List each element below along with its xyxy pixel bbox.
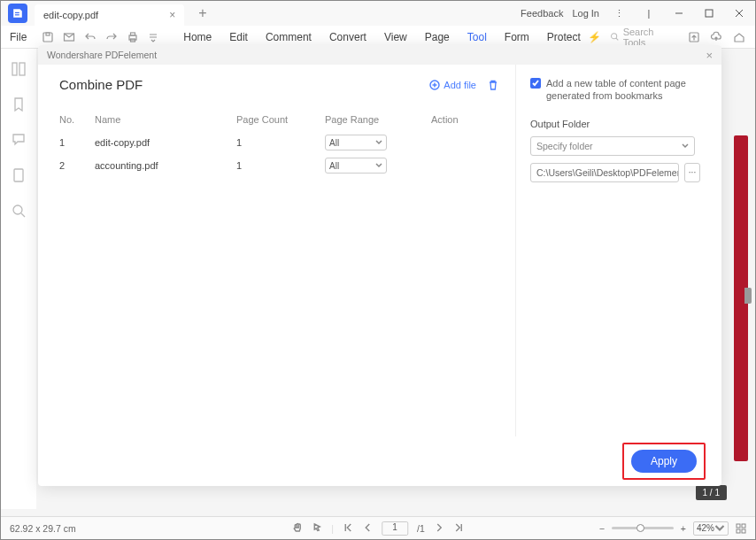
svg-point-12 (611, 34, 616, 39)
document-tab[interactable]: edit-copy.pdf × (35, 4, 184, 26)
options-pane: Add a new table of content page generate… (516, 65, 721, 436)
svg-point-18 (13, 205, 22, 214)
dropdown-icon[interactable] (146, 30, 160, 44)
fit-view-icon[interactable] (736, 523, 746, 534)
menu-page[interactable]: Page (425, 31, 450, 43)
col-pagecount: Page Count (236, 114, 325, 125)
bookmark-icon[interactable] (11, 96, 27, 112)
search-tools[interactable]: Search Tools (610, 27, 678, 48)
select-tool-icon[interactable] (312, 522, 322, 535)
search-placeholder: Search Tools (623, 27, 678, 48)
apply-highlight: Apply (622, 443, 706, 480)
row-pagecount: 1 (236, 137, 325, 148)
combine-pdf-dialog: Wondershare PDFelement × Combine PDF Add… (38, 45, 721, 486)
delete-icon[interactable] (487, 79, 499, 91)
close-tab-icon[interactable]: × (169, 9, 175, 21)
attachment-icon[interactable] (11, 167, 27, 183)
col-pagerange: Page Range (325, 114, 431, 125)
svg-rect-1 (15, 14, 19, 15)
hand-tool-icon[interactable] (292, 522, 303, 535)
menu-view[interactable]: View (384, 31, 407, 43)
prev-page-button[interactable] (362, 522, 373, 535)
home-icon[interactable] (732, 30, 746, 44)
add-file-button[interactable]: Add file (429, 80, 476, 90)
minimize-button[interactable] (668, 3, 690, 24)
svg-rect-26 (742, 529, 745, 533)
maximize-button[interactable] (698, 3, 720, 24)
row-no: 1 (59, 137, 95, 148)
row-name: edit-copy.pdf (95, 137, 236, 148)
svg-rect-16 (19, 63, 25, 75)
svg-rect-10 (130, 33, 135, 35)
menu-comment[interactable]: Comment (266, 31, 312, 43)
window-close-button[interactable] (729, 3, 750, 24)
save-icon[interactable] (41, 30, 55, 44)
output-folder-select[interactable]: Specify folder (530, 136, 695, 156)
svg-line-13 (616, 38, 618, 40)
dialog-product-name: Wondershare PDFelement (47, 50, 157, 60)
svg-rect-3 (706, 10, 713, 17)
login-link[interactable]: Log In (572, 8, 599, 19)
col-action: Action (431, 114, 484, 125)
menu-form[interactable]: Form (505, 31, 529, 43)
kebab-menu-icon[interactable]: ⋮ (608, 3, 629, 24)
last-page-button[interactable] (453, 522, 464, 535)
browse-button[interactable]: ··· (684, 163, 700, 182)
mail-icon[interactable] (62, 30, 76, 44)
output-path-field[interactable]: C:\Users\Geili\Desktop\PDFelement\Cc (530, 163, 679, 182)
toc-label: Add a new table of content page generate… (546, 77, 707, 103)
zoom-select[interactable]: 42% (693, 521, 729, 536)
page-total: /1 (417, 523, 425, 534)
share-icon[interactable] (687, 30, 701, 44)
row-name: accounting.pdf (95, 160, 236, 171)
undo-icon[interactable] (83, 30, 97, 44)
row-no: 2 (59, 160, 95, 171)
table-row[interactable]: 2 accounting.pdf 1 All (59, 154, 499, 177)
next-page-button[interactable] (434, 522, 444, 535)
menu-edit[interactable]: Edit (229, 31, 248, 43)
file-menu[interactable]: File (10, 31, 27, 43)
menu-convert[interactable]: Convert (329, 31, 366, 43)
lightning-icon[interactable]: ⚡ (588, 31, 601, 43)
table-row[interactable]: 1 edit-copy.pdf 1 All (59, 131, 499, 154)
pagerange-select[interactable]: All (325, 135, 387, 150)
status-bar: 62.92 x 29.7 cm | 1 /1 − + 42% (1, 516, 755, 539)
add-file-label: Add file (444, 80, 476, 90)
side-handle[interactable] (744, 288, 752, 304)
menu-home[interactable]: Home (183, 31, 212, 43)
feedback-link[interactable]: Feedback (521, 8, 563, 19)
col-no: No. (59, 114, 95, 125)
print-icon[interactable] (126, 30, 140, 44)
page-indicator: 1 / 1 (696, 485, 727, 500)
new-tab-button[interactable]: + (198, 5, 206, 21)
svg-rect-7 (46, 33, 50, 35)
divider: | (638, 3, 660, 24)
svg-rect-6 (43, 33, 52, 42)
menu-protect[interactable]: Protect (547, 31, 581, 43)
file-list-pane: Combine PDF Add file No. Name Page Count… (38, 65, 516, 436)
dialog-close-button[interactable]: × (706, 49, 713, 62)
redo-icon[interactable] (104, 30, 119, 44)
page-input[interactable]: 1 (382, 521, 408, 536)
search-icon[interactable] (11, 203, 27, 219)
cloud-icon[interactable] (710, 30, 724, 44)
col-name: Name (95, 114, 236, 125)
dialog-title: Combine PDF (59, 77, 143, 92)
zoom-in-button[interactable]: + (681, 523, 686, 534)
menu-tool[interactable]: Tool (467, 31, 487, 43)
svg-rect-15 (12, 63, 17, 75)
row-pagecount: 1 (236, 160, 325, 171)
svg-rect-17 (14, 169, 23, 181)
first-page-button[interactable] (343, 522, 353, 535)
pagerange-select[interactable]: All (325, 158, 387, 174)
svg-rect-23 (737, 524, 740, 528)
toc-checkbox[interactable] (530, 78, 541, 89)
zoom-out-button[interactable]: − (599, 523, 605, 534)
comment-icon[interactable] (11, 132, 27, 148)
svg-rect-25 (737, 529, 740, 533)
thumbnails-icon[interactable] (11, 61, 27, 77)
zoom-slider[interactable] (612, 527, 674, 529)
svg-rect-24 (742, 524, 745, 528)
apply-button[interactable]: Apply (631, 450, 697, 473)
svg-line-19 (21, 213, 25, 217)
